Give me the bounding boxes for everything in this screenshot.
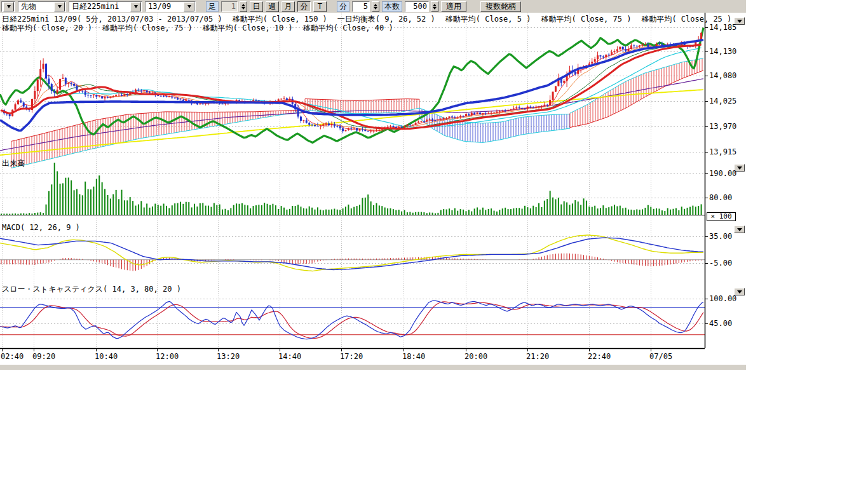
volume-axis-label: 80.00 bbox=[709, 194, 732, 201]
volume-axis-label: 190.00 bbox=[709, 170, 736, 177]
price-axis-label: 14,130 bbox=[709, 48, 736, 55]
time-axis-label: 02:40 bbox=[1, 353, 24, 360]
legend-item: 移動平均( Close, 5 ) bbox=[445, 14, 531, 25]
legend-item: 移動平均( Close, 75 ) bbox=[102, 23, 193, 34]
stoch-axis-label: 100.00 bbox=[709, 295, 736, 302]
time-axis-label: 20:00 bbox=[465, 353, 487, 360]
macd-axis-label: 35.00 bbox=[709, 233, 732, 240]
chevron-down-icon bbox=[737, 20, 742, 23]
chevron-down-icon bbox=[737, 290, 742, 294]
price-axis-label: 13,970 bbox=[709, 123, 736, 130]
stoch-axis-label: 45.00 bbox=[709, 320, 732, 327]
legend-item: 移動平均( Close, 20 ) bbox=[2, 23, 92, 34]
macd-axis-label: -5.00 bbox=[709, 259, 732, 267]
time-axis-label: 21:20 bbox=[526, 353, 549, 360]
time-axis-label: 13:20 bbox=[217, 353, 240, 360]
time-axis-label: 22:40 bbox=[588, 353, 611, 360]
legend-item: 移動平均( Close, 10 ) bbox=[203, 23, 293, 34]
volume-scale-badge: × 100 bbox=[707, 212, 736, 221]
stoch-pane-label: スロー・ストキャスティクス( 14, 3, 80, 20 ) bbox=[2, 285, 181, 294]
legend-item: 移動平均( Close, 40 ) bbox=[303, 23, 393, 34]
chart-canvas bbox=[0, 0, 763, 381]
time-axis-label: 10:40 bbox=[95, 353, 118, 360]
time-axis-label: 12:00 bbox=[156, 353, 179, 360]
price-axis-label: 14,080 bbox=[709, 72, 736, 79]
time-axis-label: 14:40 bbox=[278, 353, 301, 360]
chevron-down-icon bbox=[737, 228, 742, 231]
time-axis-label: 07/05 bbox=[649, 353, 672, 360]
time-axis-label: 09:20 bbox=[32, 353, 55, 360]
chevron-down-icon bbox=[737, 166, 742, 170]
time-axis-label: 17:20 bbox=[340, 353, 363, 360]
price-axis-label: 14,185 bbox=[709, 24, 736, 31]
time-axis-label: 18:40 bbox=[402, 353, 425, 360]
legend-item: 移動平均( Close, 75 ) bbox=[541, 14, 631, 25]
legend-line-2: 移動平均( Close, 20 )移動平均( Close, 75 )移動平均( … bbox=[2, 23, 393, 34]
price-axis-label: 14,025 bbox=[709, 97, 736, 105]
macd-pane-dropdown-button[interactable] bbox=[734, 226, 745, 233]
volume-pane-label: 出来高 bbox=[2, 159, 25, 168]
price-axis-label: 13,915 bbox=[709, 148, 736, 156]
macd-pane-label: MACD( 12, 26, 9 ) bbox=[2, 224, 80, 232]
horizontal-scrollbar[interactable] bbox=[0, 364, 746, 370]
